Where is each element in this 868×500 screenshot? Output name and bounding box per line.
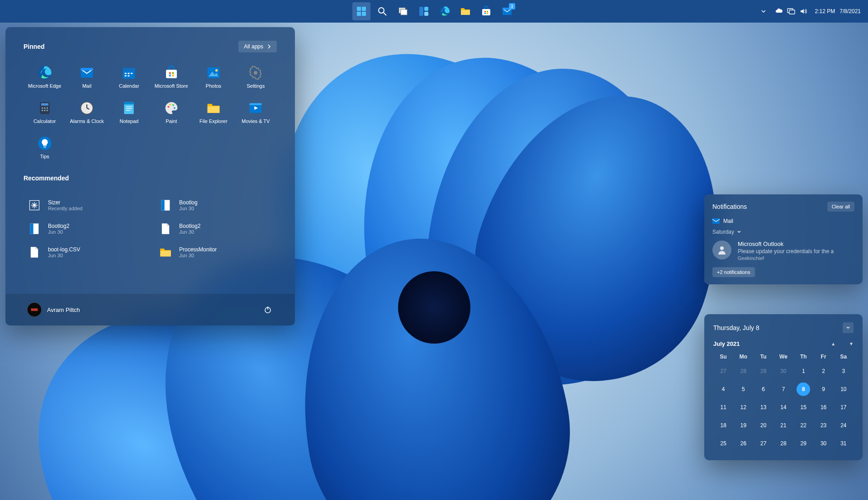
- calendar-day[interactable]: 27: [754, 437, 773, 450]
- pinned-app-label: Alarms & Clock: [70, 118, 104, 124]
- pinned-app-calendar[interactable]: Calendar: [108, 61, 150, 93]
- clear-all-button[interactable]: Clear all: [827, 202, 854, 212]
- file-explorer-icon: [460, 6, 471, 17]
- more-notifications-button[interactable]: +2 notifications: [712, 267, 755, 277]
- calendar-day[interactable]: 13: [754, 401, 773, 414]
- calendar-day[interactable]: 26: [733, 437, 753, 450]
- taskbar-start-button[interactable]: [352, 2, 370, 20]
- recommended-item[interactable]: SizerRecently added: [24, 194, 146, 216]
- taskbar-search-button[interactable]: [373, 2, 391, 20]
- recommended-item[interactable]: ProcessMonitorJun 30: [155, 241, 277, 263]
- svg-rect-14: [484, 11, 486, 12]
- calendar-full-date: Thursday, July 8: [713, 324, 759, 331]
- notification-title: Microsoft Outlook: [738, 241, 854, 247]
- pinned-app-mail[interactable]: Mail: [66, 61, 108, 93]
- recommended-item[interactable]: BootlogJun 30: [155, 194, 277, 216]
- clock-button[interactable]: 2:12 PM 7/8/2021: [812, 2, 863, 20]
- settings-icon: [248, 65, 263, 80]
- power-button[interactable]: [259, 301, 277, 319]
- calendar-day[interactable]: 16: [813, 401, 833, 414]
- recommended-item[interactable]: Bootlog2Jun 30: [24, 218, 146, 240]
- calculator-icon: [37, 100, 52, 116]
- calendar-day[interactable]: 20: [754, 419, 773, 432]
- start-menu-footer: Avram Piltch: [5, 294, 295, 325]
- calendar-day[interactable]: 21: [773, 419, 793, 432]
- calendar-prev-button[interactable]: ▲: [831, 341, 835, 346]
- calendar-day[interactable]: 11: [713, 401, 733, 414]
- recommended-sub: Jun 30: [179, 229, 200, 235]
- taskbar-mail-button[interactable]: 3: [498, 2, 516, 20]
- calendar-day[interactable]: 12: [733, 401, 753, 414]
- pinned-app-settings[interactable]: Settings: [235, 61, 277, 93]
- volume-icon: [800, 8, 807, 15]
- calendar-dow: Tu: [754, 354, 773, 360]
- calendar-next-button[interactable]: ▼: [849, 341, 854, 346]
- calendar-day[interactable]: 25: [713, 437, 733, 450]
- pinned-app-movies[interactable]: Movies & TV: [235, 96, 277, 128]
- pinned-app-paint[interactable]: Paint: [150, 96, 192, 128]
- pinned-app-store[interactable]: Microsoft Store: [150, 61, 192, 93]
- tray-icons[interactable]: [772, 2, 811, 20]
- notification-item[interactable]: Microsoft Outlook Please update your cre…: [712, 241, 854, 261]
- calendar-day[interactable]: 17: [834, 401, 854, 414]
- pinned-app-clock[interactable]: Alarms & Clock: [66, 96, 108, 128]
- pinned-app-tips[interactable]: Tips: [24, 131, 66, 164]
- search-icon: [377, 6, 388, 17]
- calendar-collapse-button[interactable]: [843, 322, 854, 333]
- taskbar-task-view-button[interactable]: [394, 2, 412, 20]
- calendar-day[interactable]: 22: [793, 419, 813, 432]
- doc-blue-icon: [27, 222, 42, 236]
- calendar-day[interactable]: 5: [733, 382, 753, 396]
- calendar-day[interactable]: 14: [773, 401, 793, 414]
- recommended-item[interactable]: boot-log.CSVJun 30: [24, 241, 146, 263]
- recommended-item[interactable]: Bootlog2Jun 30: [155, 218, 277, 240]
- svg-rect-3: [362, 12, 366, 16]
- pinned-app-calculator[interactable]: Calculator: [24, 96, 66, 128]
- pinned-app-notepad[interactable]: Notepad: [108, 96, 150, 128]
- calendar-day[interactable]: 9: [813, 382, 833, 396]
- calendar-day[interactable]: 8: [797, 382, 810, 396]
- taskbar-store-button[interactable]: [477, 2, 495, 20]
- calendar-day[interactable]: 23: [813, 419, 833, 432]
- calendar-day[interactable]: 18: [713, 419, 733, 432]
- calendar-day[interactable]: 30: [773, 364, 793, 378]
- pinned-app-edge[interactable]: Microsoft Edge: [24, 61, 66, 93]
- calendar-day[interactable]: 24: [834, 419, 854, 432]
- calendar-day[interactable]: 29: [754, 364, 773, 378]
- taskbar-widgets-button[interactable]: [415, 2, 433, 20]
- calendar-day[interactable]: 4: [713, 382, 733, 396]
- svg-rect-61: [208, 106, 220, 113]
- svg-point-60: [173, 107, 175, 109]
- svg-point-40: [254, 71, 257, 75]
- calendar-day[interactable]: 10: [834, 382, 854, 396]
- pinned-app-photos[interactable]: Photos: [192, 61, 234, 93]
- pinned-app-label: Calculator: [33, 118, 56, 124]
- calendar-day[interactable]: 2: [813, 364, 833, 378]
- onedrive-icon: [775, 8, 783, 15]
- svg-point-4: [379, 8, 384, 13]
- tray-expand-button[interactable]: [757, 2, 770, 20]
- calendar-day[interactable]: 31: [834, 437, 854, 450]
- pinned-app-file-explorer[interactable]: File Explorer: [192, 96, 234, 128]
- user-button[interactable]: Avram Piltch: [24, 299, 84, 321]
- svg-rect-34: [172, 72, 174, 74]
- calendar-day[interactable]: 28: [773, 437, 793, 450]
- calendar-day[interactable]: 19: [733, 419, 753, 432]
- taskbar-file-explorer-button[interactable]: [456, 2, 474, 20]
- calendar-day[interactable]: 15: [793, 401, 813, 414]
- calendar-day[interactable]: 6: [754, 382, 773, 396]
- notification-app-header[interactable]: Mail: [712, 218, 854, 224]
- calendar-day[interactable]: 27: [713, 364, 733, 378]
- notification-day-group[interactable]: Saturday: [712, 229, 854, 235]
- calendar-day[interactable]: 3: [834, 364, 854, 378]
- all-apps-label: All apps: [244, 43, 263, 50]
- calendar-day[interactable]: 1: [793, 364, 813, 378]
- svg-rect-21: [789, 10, 795, 14]
- taskbar-edge-button[interactable]: [436, 2, 454, 20]
- calendar-day[interactable]: 7: [773, 382, 793, 396]
- calendar-day[interactable]: 29: [793, 437, 813, 450]
- calendar-day[interactable]: 30: [813, 437, 833, 450]
- all-apps-button[interactable]: All apps: [238, 41, 277, 52]
- svg-point-78: [720, 246, 724, 250]
- calendar-day[interactable]: 28: [733, 364, 753, 378]
